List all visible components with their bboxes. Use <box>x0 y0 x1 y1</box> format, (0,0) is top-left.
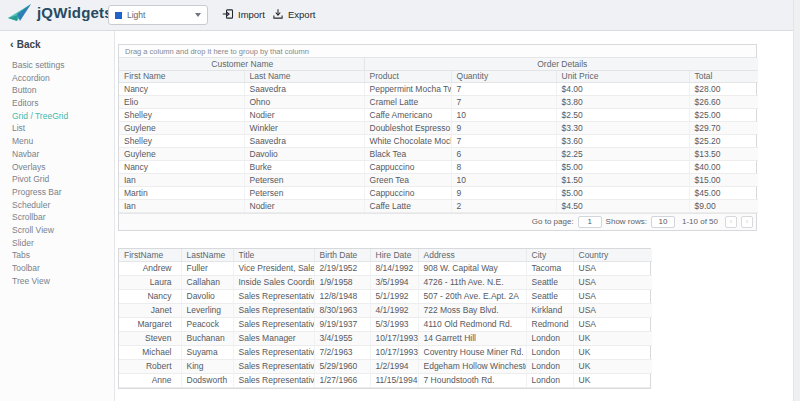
cell: $3.80 <box>556 95 689 108</box>
cell: $13.50 <box>689 147 758 160</box>
cell: Redmond <box>526 317 573 331</box>
cell: 507 - 20th Ave. E.Apt. 2A <box>418 289 526 303</box>
cell: Petersen <box>244 186 364 199</box>
column-header-lastname[interactable]: LastName <box>181 249 233 261</box>
column-header-unit-price[interactable]: Unit Price <box>556 70 689 82</box>
cell: 3/4/1955 <box>314 331 370 345</box>
table-row[interactable]: MartinPetersenCappuccino9$5.00$45.00 <box>119 186 758 199</box>
theme-select-value: Light <box>127 10 145 20</box>
sidebar-item-basic-settings[interactable]: Basic settings <box>0 59 114 72</box>
column-header-birth-date[interactable]: Birth Date <box>314 249 370 261</box>
sidebar-item-menu[interactable]: Menu <box>0 135 114 148</box>
table-row[interactable]: MichaelSuyamaSales Representative7/2/196… <box>119 345 652 359</box>
cell: 12/8/1948 <box>314 289 370 303</box>
cell: 908 W. Capital Way <box>418 261 526 275</box>
cell: Tacoma <box>526 261 573 275</box>
cell: USA <box>573 317 652 331</box>
cell: Sales Representative <box>233 345 314 359</box>
table-row[interactable]: ShelleySaavedraWhite Chocolate Mocha7$3.… <box>119 134 758 147</box>
table-row[interactable]: IanNodierCaffe Latte2$4.50$9.00 <box>119 199 758 212</box>
cell: Steven <box>119 331 181 345</box>
cell: Saavedra <box>244 82 364 95</box>
sidebar-item-pivot-grid[interactable]: Pivot Grid <box>0 173 114 186</box>
page-number-input[interactable] <box>578 216 602 228</box>
cell: Sales Representative <box>233 289 314 303</box>
column-header-row: FirstName LastName Title Birth Date Hire… <box>119 249 652 261</box>
export-button[interactable]: Export <box>272 8 315 20</box>
sidebar-item-scroll-view[interactable]: Scroll View <box>0 224 114 237</box>
cell: Seattle <box>526 289 573 303</box>
employees-table: FirstName LastName Title Birth Date Hire… <box>119 249 652 388</box>
cell: $40.00 <box>689 160 758 173</box>
export-download-icon <box>272 8 284 20</box>
previous-page-button[interactable]: ‹ <box>725 216 737 228</box>
sidebar-item-accordion[interactable]: Accordion <box>0 72 114 85</box>
table-row[interactable]: NancyBurkeCappuccino8$5.00$40.00 <box>119 160 758 173</box>
sidebar-item-list[interactable]: List <box>0 122 114 135</box>
cell: $4.00 <box>556 82 689 95</box>
table-row[interactable]: GuyleneDavolioBlack Tea6$2.25$13.50 <box>119 147 758 160</box>
sidebar-item-editors[interactable]: Editors <box>0 97 114 110</box>
sidebar-item-progress-bar[interactable]: Progress Bar <box>0 186 114 199</box>
chevron-left-icon: ‹ <box>10 38 14 50</box>
sidebar-item-overlays[interactable]: Overlays <box>0 161 114 174</box>
sidebar-item-tree-view[interactable]: Tree View <box>0 275 114 288</box>
column-header-total[interactable]: Total <box>689 70 758 82</box>
column-header-firstname[interactable]: FirstName <box>119 249 181 261</box>
sidebar-item-tabs[interactable]: Tabs <box>0 249 114 262</box>
sidebar-item-scheduler[interactable]: Scheduler <box>0 199 114 212</box>
column-header-title[interactable]: Title <box>233 249 314 261</box>
sidebar-item-grid-treegrid[interactable]: Grid / TreeGrid <box>0 110 114 123</box>
cell: Andrew <box>119 261 181 275</box>
table-row[interactable]: GuyleneWinklerDoubleshot Espresso9$3.30$… <box>119 121 758 134</box>
table-row[interactable]: AndrewFullerVice President, Sales2/19/19… <box>119 261 652 275</box>
cell: 4110 Old Redmond Rd. <box>418 317 526 331</box>
sidebar: ‹Back Basic settingsAccordionButtonEdito… <box>0 31 115 401</box>
cell: 8 <box>451 160 556 173</box>
cell: Shelley <box>119 108 244 121</box>
sidebar-item-button[interactable]: Button <box>0 84 114 97</box>
column-header-product[interactable]: Product <box>364 70 451 82</box>
cell: 10/17/1993 <box>370 345 418 359</box>
table-row[interactable]: JanetLeverlingSales Representative8/30/1… <box>119 303 652 317</box>
sidebar-item-toolbar[interactable]: Toolbar <box>0 262 114 275</box>
cell: Green Tea <box>364 173 451 186</box>
cell: London <box>526 359 573 373</box>
cell: Saavedra <box>244 134 364 147</box>
table-row[interactable]: IanPetersenGreen Tea10$1.50$15.00 <box>119 173 758 186</box>
table-row[interactable]: RobertKingSales Representative5/29/19601… <box>119 359 652 373</box>
cell: 7 Houndstooth Rd. <box>418 373 526 387</box>
table-row[interactable]: NancyDavolioSales Representative12/8/194… <box>119 289 652 303</box>
column-header-country[interactable]: Country <box>573 249 652 261</box>
sidebar-item-navbar[interactable]: Navbar <box>0 148 114 161</box>
column-header-address[interactable]: Address <box>418 249 526 261</box>
column-group-drop-zone[interactable]: Drag a column and drop it here to group … <box>119 45 756 58</box>
vertical-scrollbar[interactable] <box>793 0 800 401</box>
cell: Sales Representative <box>233 359 314 373</box>
table-row[interactable]: ShelleyNodierCaffe Americano10$2.50$25.0… <box>119 108 758 121</box>
column-header-hire-date[interactable]: Hire Date <box>370 249 418 261</box>
next-page-button[interactable]: › <box>741 216 753 228</box>
table-row[interactable]: ElioOhnoCramel Latte7$3.80$26.60 <box>119 95 758 108</box>
sidebar-item-slider[interactable]: Slider <box>0 237 114 250</box>
column-header-quantity[interactable]: Quantity <box>451 70 556 82</box>
show-rows-input[interactable] <box>651 216 675 228</box>
table-row[interactable]: StevenBuchananSales Manager3/4/195510/17… <box>119 331 652 345</box>
cell: Black Tea <box>364 147 451 160</box>
import-label: Import <box>238 9 265 20</box>
table-row[interactable]: NancySaavedraPeppermint Mocha Twist7$4.0… <box>119 82 758 95</box>
table-row[interactable]: MargaretPeacockSales Representative9/19/… <box>119 317 652 331</box>
column-header-city[interactable]: City <box>526 249 573 261</box>
column-header-last-name[interactable]: Last Name <box>244 70 364 82</box>
table-row[interactable]: AnneDodsworthSales Representative1/27/19… <box>119 373 652 387</box>
group-header-order-details: Order Details <box>364 58 758 70</box>
cell: 8/30/1963 <box>314 303 370 317</box>
theme-select[interactable]: Light <box>108 5 208 25</box>
cell: Michael <box>119 345 181 359</box>
table-row[interactable]: LauraCallahanInside Sales Coordinator1/9… <box>119 275 652 289</box>
back-link[interactable]: ‹Back <box>0 31 114 50</box>
cell: Janet <box>119 303 181 317</box>
import-button[interactable]: Import <box>222 8 265 20</box>
column-header-first-name[interactable]: First Name <box>119 70 244 82</box>
sidebar-item-scrollbar[interactable]: Scrollbar <box>0 211 114 224</box>
